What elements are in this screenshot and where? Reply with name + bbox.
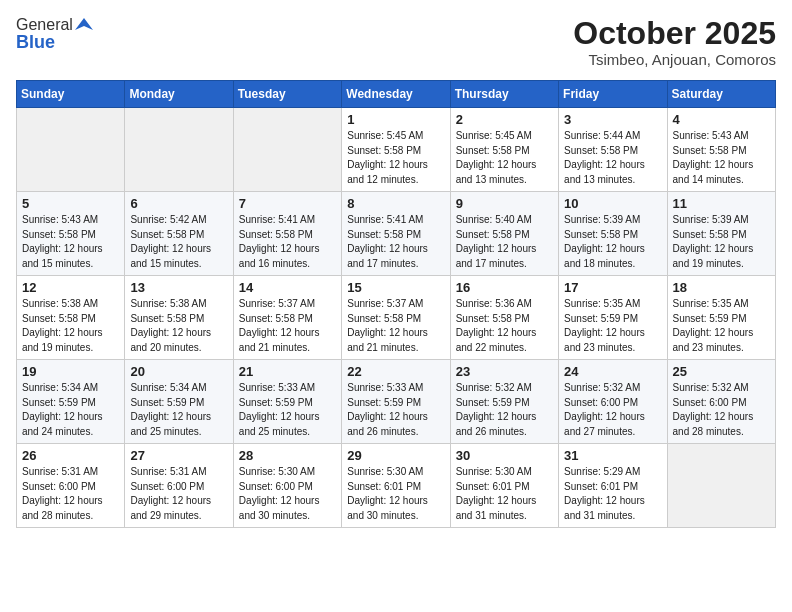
day-cell: 9Sunrise: 5:40 AM Sunset: 5:58 PM Daylig… — [450, 192, 558, 276]
day-cell — [17, 108, 125, 192]
day-info: Sunrise: 5:45 AM Sunset: 5:58 PM Dayligh… — [456, 130, 537, 185]
day-cell: 31Sunrise: 5:29 AM Sunset: 6:01 PM Dayli… — [559, 444, 667, 528]
day-info: Sunrise: 5:39 AM Sunset: 5:58 PM Dayligh… — [564, 214, 645, 269]
day-info: Sunrise: 5:29 AM Sunset: 6:01 PM Dayligh… — [564, 466, 645, 521]
day-cell: 12Sunrise: 5:38 AM Sunset: 5:58 PM Dayli… — [17, 276, 125, 360]
day-number: 21 — [239, 364, 337, 379]
day-number: 11 — [673, 196, 771, 211]
logo: General Blue — [16, 16, 93, 53]
title-block: October 2025 Tsimbeo, Anjouan, Comoros — [573, 16, 776, 68]
day-info: Sunrise: 5:32 AM Sunset: 6:00 PM Dayligh… — [564, 382, 645, 437]
month-title: October 2025 — [573, 16, 776, 51]
day-number: 24 — [564, 364, 662, 379]
day-number: 4 — [673, 112, 771, 127]
day-info: Sunrise: 5:32 AM Sunset: 6:00 PM Dayligh… — [673, 382, 754, 437]
week-row-4: 19Sunrise: 5:34 AM Sunset: 5:59 PM Dayli… — [17, 360, 776, 444]
day-cell: 30Sunrise: 5:30 AM Sunset: 6:01 PM Dayli… — [450, 444, 558, 528]
day-number: 14 — [239, 280, 337, 295]
day-cell: 15Sunrise: 5:37 AM Sunset: 5:58 PM Dayli… — [342, 276, 450, 360]
day-info: Sunrise: 5:33 AM Sunset: 5:59 PM Dayligh… — [347, 382, 428, 437]
weekday-header-row: SundayMondayTuesdayWednesdayThursdayFrid… — [17, 81, 776, 108]
day-cell — [125, 108, 233, 192]
day-info: Sunrise: 5:39 AM Sunset: 5:58 PM Dayligh… — [673, 214, 754, 269]
day-info: Sunrise: 5:41 AM Sunset: 5:58 PM Dayligh… — [239, 214, 320, 269]
day-info: Sunrise: 5:34 AM Sunset: 5:59 PM Dayligh… — [130, 382, 211, 437]
day-number: 28 — [239, 448, 337, 463]
day-cell: 14Sunrise: 5:37 AM Sunset: 5:58 PM Dayli… — [233, 276, 341, 360]
weekday-header-saturday: Saturday — [667, 81, 775, 108]
week-row-3: 12Sunrise: 5:38 AM Sunset: 5:58 PM Dayli… — [17, 276, 776, 360]
day-number: 13 — [130, 280, 228, 295]
day-number: 23 — [456, 364, 554, 379]
weekday-header-sunday: Sunday — [17, 81, 125, 108]
weekday-header-monday: Monday — [125, 81, 233, 108]
day-number: 8 — [347, 196, 445, 211]
day-cell: 21Sunrise: 5:33 AM Sunset: 5:59 PM Dayli… — [233, 360, 341, 444]
day-cell — [667, 444, 775, 528]
day-cell: 17Sunrise: 5:35 AM Sunset: 5:59 PM Dayli… — [559, 276, 667, 360]
day-number: 7 — [239, 196, 337, 211]
day-number: 12 — [22, 280, 120, 295]
day-cell: 11Sunrise: 5:39 AM Sunset: 5:58 PM Dayli… — [667, 192, 775, 276]
day-number: 18 — [673, 280, 771, 295]
day-cell: 2Sunrise: 5:45 AM Sunset: 5:58 PM Daylig… — [450, 108, 558, 192]
day-info: Sunrise: 5:37 AM Sunset: 5:58 PM Dayligh… — [347, 298, 428, 353]
svg-marker-0 — [75, 18, 93, 30]
day-cell: 4Sunrise: 5:43 AM Sunset: 5:58 PM Daylig… — [667, 108, 775, 192]
day-cell: 10Sunrise: 5:39 AM Sunset: 5:58 PM Dayli… — [559, 192, 667, 276]
day-cell — [233, 108, 341, 192]
logo-bird-icon — [75, 16, 93, 34]
day-cell: 20Sunrise: 5:34 AM Sunset: 5:59 PM Dayli… — [125, 360, 233, 444]
day-info: Sunrise: 5:32 AM Sunset: 5:59 PM Dayligh… — [456, 382, 537, 437]
day-number: 16 — [456, 280, 554, 295]
day-cell: 18Sunrise: 5:35 AM Sunset: 5:59 PM Dayli… — [667, 276, 775, 360]
day-info: Sunrise: 5:35 AM Sunset: 5:59 PM Dayligh… — [673, 298, 754, 353]
day-info: Sunrise: 5:30 AM Sunset: 6:01 PM Dayligh… — [347, 466, 428, 521]
day-info: Sunrise: 5:35 AM Sunset: 5:59 PM Dayligh… — [564, 298, 645, 353]
day-cell: 29Sunrise: 5:30 AM Sunset: 6:01 PM Dayli… — [342, 444, 450, 528]
day-cell: 27Sunrise: 5:31 AM Sunset: 6:00 PM Dayli… — [125, 444, 233, 528]
day-cell: 16Sunrise: 5:36 AM Sunset: 5:58 PM Dayli… — [450, 276, 558, 360]
day-info: Sunrise: 5:33 AM Sunset: 5:59 PM Dayligh… — [239, 382, 320, 437]
day-info: Sunrise: 5:40 AM Sunset: 5:58 PM Dayligh… — [456, 214, 537, 269]
day-number: 27 — [130, 448, 228, 463]
day-number: 30 — [456, 448, 554, 463]
week-row-1: 1Sunrise: 5:45 AM Sunset: 5:58 PM Daylig… — [17, 108, 776, 192]
day-cell: 26Sunrise: 5:31 AM Sunset: 6:00 PM Dayli… — [17, 444, 125, 528]
day-number: 3 — [564, 112, 662, 127]
day-info: Sunrise: 5:30 AM Sunset: 6:00 PM Dayligh… — [239, 466, 320, 521]
day-cell: 3Sunrise: 5:44 AM Sunset: 5:58 PM Daylig… — [559, 108, 667, 192]
day-info: Sunrise: 5:37 AM Sunset: 5:58 PM Dayligh… — [239, 298, 320, 353]
day-cell: 13Sunrise: 5:38 AM Sunset: 5:58 PM Dayli… — [125, 276, 233, 360]
weekday-header-thursday: Thursday — [450, 81, 558, 108]
day-info: Sunrise: 5:43 AM Sunset: 5:58 PM Dayligh… — [673, 130, 754, 185]
day-number: 26 — [22, 448, 120, 463]
day-cell: 19Sunrise: 5:34 AM Sunset: 5:59 PM Dayli… — [17, 360, 125, 444]
location-text: Tsimbeo, Anjouan, Comoros — [573, 51, 776, 68]
day-number: 6 — [130, 196, 228, 211]
day-number: 19 — [22, 364, 120, 379]
day-cell: 1Sunrise: 5:45 AM Sunset: 5:58 PM Daylig… — [342, 108, 450, 192]
day-info: Sunrise: 5:38 AM Sunset: 5:58 PM Dayligh… — [22, 298, 103, 353]
day-info: Sunrise: 5:38 AM Sunset: 5:58 PM Dayligh… — [130, 298, 211, 353]
day-info: Sunrise: 5:34 AM Sunset: 5:59 PM Dayligh… — [22, 382, 103, 437]
week-row-5: 26Sunrise: 5:31 AM Sunset: 6:00 PM Dayli… — [17, 444, 776, 528]
day-cell: 5Sunrise: 5:43 AM Sunset: 5:58 PM Daylig… — [17, 192, 125, 276]
day-info: Sunrise: 5:36 AM Sunset: 5:58 PM Dayligh… — [456, 298, 537, 353]
weekday-header-tuesday: Tuesday — [233, 81, 341, 108]
day-number: 15 — [347, 280, 445, 295]
day-cell: 7Sunrise: 5:41 AM Sunset: 5:58 PM Daylig… — [233, 192, 341, 276]
weekday-header-wednesday: Wednesday — [342, 81, 450, 108]
day-info: Sunrise: 5:42 AM Sunset: 5:58 PM Dayligh… — [130, 214, 211, 269]
day-cell: 28Sunrise: 5:30 AM Sunset: 6:00 PM Dayli… — [233, 444, 341, 528]
week-row-2: 5Sunrise: 5:43 AM Sunset: 5:58 PM Daylig… — [17, 192, 776, 276]
day-number: 1 — [347, 112, 445, 127]
day-number: 22 — [347, 364, 445, 379]
day-number: 20 — [130, 364, 228, 379]
day-number: 31 — [564, 448, 662, 463]
day-info: Sunrise: 5:30 AM Sunset: 6:01 PM Dayligh… — [456, 466, 537, 521]
day-number: 9 — [456, 196, 554, 211]
day-cell: 6Sunrise: 5:42 AM Sunset: 5:58 PM Daylig… — [125, 192, 233, 276]
day-cell: 24Sunrise: 5:32 AM Sunset: 6:00 PM Dayli… — [559, 360, 667, 444]
day-number: 5 — [22, 196, 120, 211]
